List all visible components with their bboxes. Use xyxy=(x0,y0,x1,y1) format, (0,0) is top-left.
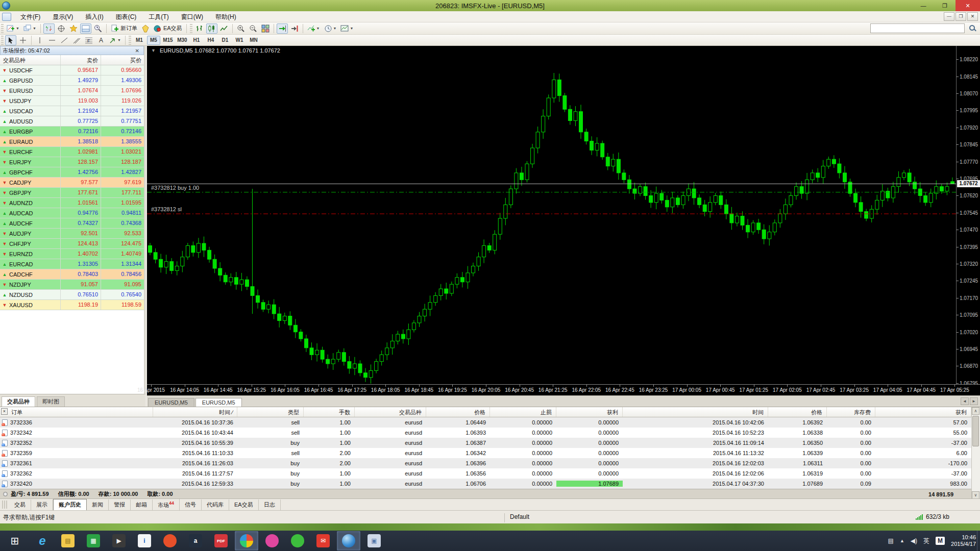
timeframe-m1[interactable]: M1 xyxy=(133,36,146,45)
market-watch-column-headers[interactable]: 交易品种 卖价 买价 xyxy=(0,55,144,65)
taskbar-photos[interactable]: ▣ xyxy=(362,531,386,550)
timeframe-m5[interactable]: M5 xyxy=(147,36,160,45)
tray-expand-icon[interactable]: ▲ xyxy=(900,538,904,543)
one-click-trading-arrow-icon[interactable]: ▼ xyxy=(151,48,156,53)
market-watch-row[interactable]: ▲GBPUSD1.492791.49306 xyxy=(0,76,144,86)
timeframe-m15[interactable]: M15 xyxy=(161,36,175,45)
order-history-row[interactable]: 37323362015.04.16 10:37:36sell1.00eurusd… xyxy=(0,417,971,428)
trendline-tool-button[interactable] xyxy=(59,35,70,45)
terminal-tab-代码库[interactable]: 代码库 xyxy=(202,499,229,510)
menu-item-0[interactable]: 文件(F) xyxy=(14,11,46,22)
profiles-button[interactable]: ▼ xyxy=(22,23,38,34)
fibonacci-tool-button[interactable]: F xyxy=(83,35,94,45)
taskbar-music[interactable] xyxy=(158,531,182,550)
close-button[interactable]: ✕ xyxy=(955,0,980,11)
terminal-column-0[interactable]: 订单 xyxy=(0,407,153,417)
ea-trading-button[interactable]: EA交易 xyxy=(152,23,184,34)
child-close-button[interactable]: ✕ xyxy=(967,12,978,21)
terminal-column-11[interactable]: 获利 xyxy=(875,407,971,417)
market-watch-row[interactable]: ▲EURGBP0.721160.72146 xyxy=(0,127,144,137)
market-watch-row[interactable]: ▲AUDCAD0.947760.94811 xyxy=(0,208,144,218)
status-profile[interactable]: Default xyxy=(504,513,529,522)
order-history-row[interactable]: 37323612015.04.16 11:26:03buy2.00eurusd1… xyxy=(0,458,971,468)
terminal-column-3[interactable]: 手数 xyxy=(304,407,355,417)
market-watch-row[interactable]: ▲AUDCHF0.743270.74368 xyxy=(0,218,144,229)
terminal-column-1[interactable]: 时间 ∕ xyxy=(153,407,237,417)
taskbar-wps[interactable]: ▦ xyxy=(82,531,105,550)
market-watch-row[interactable]: ▲CADCHF0.784030.78456 xyxy=(0,269,144,280)
column-ask[interactable]: 买价 xyxy=(101,55,144,65)
market-watch-row[interactable]: ▲EURCAD1.313051.31344 xyxy=(0,259,144,269)
terminal-tab-警报[interactable]: 警报 xyxy=(109,499,131,510)
child-restore-button[interactable]: ❐ xyxy=(955,12,966,21)
menu-item-5[interactable]: 窗口(W) xyxy=(175,11,209,22)
taskbar-mail[interactable]: ✉ xyxy=(311,531,335,550)
market-watch-close-icon[interactable]: ✕ xyxy=(133,48,141,54)
market-watch-row[interactable]: ▼CADJPY97.57797.619 xyxy=(0,178,144,188)
horizontal-line-tool-button[interactable] xyxy=(46,35,58,45)
market-watch-row[interactable]: ▲EURAUD1.385181.38555 xyxy=(0,137,144,147)
terminal-column-2[interactable]: 类型 xyxy=(237,407,304,417)
arrows-tool-button[interactable]: ▼ xyxy=(108,35,122,45)
market-watch-row[interactable]: ▼GBPJPY177.671177.711 xyxy=(0,188,144,198)
terminal-column-9[interactable]: 价格 xyxy=(768,407,827,417)
column-symbol[interactable]: 交易品种 xyxy=(0,55,60,65)
terminal-tab-日志[interactable]: 日志 xyxy=(259,499,281,510)
scrollbar-thumb[interactable] xyxy=(972,416,979,446)
channel-tool-button[interactable] xyxy=(71,35,82,45)
terminal-close-icon[interactable]: × xyxy=(1,408,8,415)
terminal-column-7[interactable]: 获利 xyxy=(556,407,623,417)
periods-button[interactable]: ▼ xyxy=(323,23,338,34)
timeframe-h1[interactable]: H1 xyxy=(190,36,203,45)
scroll-down-icon[interactable]: ∨ xyxy=(972,491,979,499)
terminal-column-4[interactable]: 交易品种 xyxy=(355,407,426,417)
terminal-tab-EA交易[interactable]: EA交易 xyxy=(229,499,259,510)
scroll-right-icon[interactable]: ► xyxy=(970,397,978,405)
maximize-button[interactable]: ❐ xyxy=(934,0,955,11)
terminal-column-5[interactable]: 价格 xyxy=(426,407,490,417)
taskbar-ie[interactable]: e xyxy=(31,531,54,550)
zoom-out-button[interactable] xyxy=(248,23,259,34)
chart-shift-button[interactable] xyxy=(289,23,300,34)
indicators-button[interactable]: ▼ xyxy=(306,23,322,34)
bar-chart-button[interactable] xyxy=(194,23,205,34)
market-watch-toggle-button[interactable] xyxy=(43,23,55,34)
menu-item-3[interactable]: 图表(C) xyxy=(110,11,143,22)
taskbar-flower[interactable] xyxy=(260,531,284,550)
line-chart-button[interactable] xyxy=(218,23,230,34)
time-axis[interactable]: 16 Apr 201516 Apr 14:0516 Apr 14:4516 Ap… xyxy=(147,384,980,395)
market-watch-row[interactable]: ▼USDJPY119.003119.026 xyxy=(0,96,144,106)
terminal-tab-账户历史[interactable]: 账户历史 xyxy=(53,499,87,511)
market-watch-row[interactable]: ▼EURUSD1.076741.07696 xyxy=(0,86,144,96)
tile-windows-button[interactable] xyxy=(260,23,271,34)
toolbar-grip[interactable] xyxy=(1,36,4,45)
timeframe-mn[interactable]: MN xyxy=(247,36,260,45)
market-watch-row[interactable]: ▲USDCAD1.219241.21957 xyxy=(0,106,144,116)
strategy-tester-button[interactable] xyxy=(92,23,104,34)
navigator-button[interactable] xyxy=(68,23,79,34)
column-bid[interactable]: 卖价 xyxy=(60,55,101,65)
taskbar-amazon[interactable]: a xyxy=(184,531,207,550)
terminal-scrollbar[interactable]: ∧ ∨ xyxy=(971,407,980,499)
market-watch-row[interactable]: ▼NZDJPY91.05791.095 xyxy=(0,280,144,290)
taskbar-flash[interactable]: ▶ xyxy=(107,531,131,550)
order-history-row[interactable]: 37323422015.04.16 10:43:44sell1.00eurusd… xyxy=(0,428,971,438)
terminal-column-headers[interactable]: 订单时间 ∕类型手数交易品种价格止损获利时间价格库存费获利 xyxy=(0,407,971,417)
templates-button[interactable]: ▼ xyxy=(339,23,355,34)
market-watch-header[interactable]: 市场报价: 05:47:02 ✕ xyxy=(0,46,144,55)
order-history-row[interactable]: 37324202015.04.16 12:59:33buy1.00eurusd1… xyxy=(0,479,971,489)
chart-tab-1[interactable]: EURUSD,M5 xyxy=(195,398,242,407)
minimize-button[interactable]: — xyxy=(913,0,934,11)
toolbar-grip[interactable] xyxy=(129,36,131,45)
market-watch-row[interactable]: ▼XAUUSD1198.191198.59 xyxy=(0,300,144,310)
menu-item-4[interactable]: 工具(T) xyxy=(142,11,175,22)
zoom-in-button[interactable] xyxy=(235,23,247,34)
terminal-column-8[interactable]: 时间 xyxy=(623,407,768,417)
market-watch-row[interactable]: ▼AUDJPY92.50192.533 xyxy=(0,229,144,239)
data-window-button[interactable] xyxy=(56,23,67,34)
candlestick-chart-button[interactable] xyxy=(206,23,217,34)
market-watch-tab-0[interactable]: 交易品种 xyxy=(2,396,35,407)
timeframe-w1[interactable]: W1 xyxy=(233,36,246,45)
search-input[interactable] xyxy=(870,23,965,33)
terminal-tab-交易[interactable]: 交易 xyxy=(9,499,31,510)
